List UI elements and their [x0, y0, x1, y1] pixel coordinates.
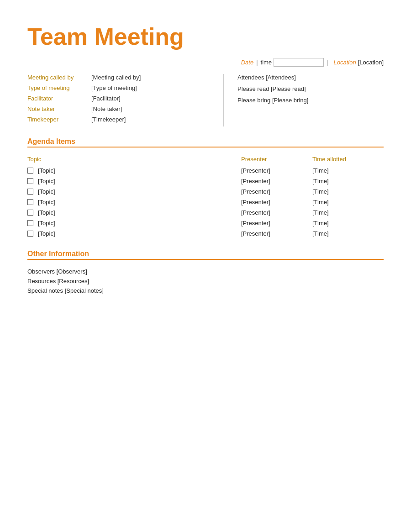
meeting-info-right: Attendees [Attendees] Please read [Pleas…: [224, 74, 384, 126]
topic-cell: [Topic]: [27, 197, 241, 207]
presenter-cell: [Presenter]: [241, 207, 312, 218]
presenter-cell: [Presenter]: [241, 197, 312, 207]
presenter-cell: [Presenter]: [241, 218, 312, 228]
meeting-info-left-row: Note taker [Note taker]: [27, 105, 214, 112]
checkbox-icon[interactable]: [27, 199, 33, 205]
meeting-info-right-value: Please read [Please read]: [237, 85, 306, 92]
col-header-topic: Topic: [27, 156, 241, 165]
meeting-info-label: Meeting called by: [27, 74, 91, 81]
checkbox-icon[interactable]: [27, 189, 33, 195]
other-info-section: Other Information Observers [Observers]R…: [27, 250, 384, 294]
topic-value: [Topic]: [38, 188, 55, 195]
agenda-section: Agenda Items Topic Presenter Time allott…: [27, 137, 384, 239]
meeting-info-left-row: Timekeeper [Timekeeper]: [27, 116, 214, 123]
date-label: Date: [241, 59, 253, 66]
topic-cell: [Topic]: [27, 165, 241, 176]
time-label: time: [261, 59, 272, 66]
topic-value: [Topic]: [38, 220, 55, 226]
checkbox-icon[interactable]: [27, 220, 33, 226]
meeting-info-left-row: Meeting called by [Meeting called by]: [27, 74, 214, 81]
checkbox-icon[interactable]: [27, 231, 33, 237]
topic-value: [Topic]: [38, 209, 55, 216]
topic-cell: [Topic]: [27, 176, 241, 186]
checkbox-icon[interactable]: [27, 168, 33, 174]
table-row: [Topic] [Presenter] [Time]: [27, 218, 384, 228]
time-cell: [Time]: [312, 176, 384, 186]
meeting-info-right-row: Please bring [Please bring]: [237, 97, 384, 104]
table-row: [Topic] [Presenter] [Time]: [27, 228, 384, 239]
presenter-cell: [Presenter]: [241, 186, 312, 197]
meeting-info-label: Type of meeting: [27, 84, 91, 91]
checkbox-icon[interactable]: [27, 210, 33, 216]
topic-cell: [Topic]: [27, 207, 241, 218]
presenter-cell: [Presenter]: [241, 228, 312, 239]
meeting-info-label: Timekeeper: [27, 116, 91, 123]
time-input[interactable]: [274, 58, 324, 67]
other-info-row: Observers [Observers]: [27, 268, 384, 275]
table-row: [Topic] [Presenter] [Time]: [27, 176, 384, 186]
location-separator: |: [327, 59, 328, 66]
time-cell: [Time]: [312, 165, 384, 176]
col-header-time: Time allotted: [312, 156, 384, 165]
meeting-info-right-value: Please bring [Please bring]: [237, 97, 308, 104]
agenda-table: Topic Presenter Time allotted [Topic] [P…: [27, 156, 384, 239]
time-cell: [Time]: [312, 228, 384, 239]
table-row: [Topic] [Presenter] [Time]: [27, 165, 384, 176]
presenter-cell: [Presenter]: [241, 165, 312, 176]
time-cell: [Time]: [312, 207, 384, 218]
header-divider: [27, 55, 384, 55]
checkbox-icon[interactable]: [27, 178, 33, 184]
date-separator: |: [256, 59, 258, 66]
meeting-info-value: [Timekeeper]: [91, 116, 126, 123]
time-cell: [Time]: [312, 197, 384, 207]
date-time-row: Date | time | Location [Location]: [27, 58, 384, 67]
time-cell: [Time]: [312, 186, 384, 197]
topic-cell: [Topic]: [27, 228, 241, 239]
meeting-info-right-row: Please read [Please read]: [237, 85, 384, 92]
topic-cell: [Topic]: [27, 218, 241, 228]
agenda-heading: Agenda Items: [27, 137, 384, 146]
other-divider: [27, 259, 384, 260]
topic-value: [Topic]: [38, 230, 55, 237]
topic-value: [Topic]: [38, 199, 55, 205]
meeting-info-value: [Meeting called by]: [91, 74, 141, 81]
topic-value: [Topic]: [38, 167, 55, 174]
meeting-info-value: [Type of meeting]: [91, 84, 137, 91]
meeting-info-right-row: Attendees [Attendees]: [237, 74, 384, 81]
col-header-presenter: Presenter: [241, 156, 312, 165]
meeting-info-section: Meeting called by [Meeting called by] Ty…: [27, 74, 384, 126]
meeting-info-value: [Note taker]: [91, 105, 122, 112]
other-info-row: Resources [Resources]: [27, 278, 384, 284]
meeting-info-label: Facilitator: [27, 95, 91, 102]
meeting-info-value: [Facilitator]: [91, 95, 121, 102]
agenda-divider: [27, 147, 384, 147]
location-label: Location: [333, 59, 356, 66]
meeting-info-right-value: Attendees [Attendees]: [237, 74, 296, 81]
meeting-info-left-row: Type of meeting [Type of meeting]: [27, 84, 214, 91]
time-cell: [Time]: [312, 218, 384, 228]
table-row: [Topic] [Presenter] [Time]: [27, 207, 384, 218]
page-title: Team Meeting: [27, 23, 384, 50]
presenter-cell: [Presenter]: [241, 176, 312, 186]
location-value: [Location]: [358, 59, 384, 66]
topic-value: [Topic]: [38, 178, 55, 184]
meeting-info-label: Note taker: [27, 105, 91, 112]
topic-cell: [Topic]: [27, 186, 241, 197]
meeting-info-left-row: Facilitator [Facilitator]: [27, 95, 214, 102]
table-row: [Topic] [Presenter] [Time]: [27, 197, 384, 207]
other-info-row: Special notes [Special notes]: [27, 287, 384, 294]
meeting-info-left: Meeting called by [Meeting called by] Ty…: [27, 74, 224, 126]
table-row: [Topic] [Presenter] [Time]: [27, 186, 384, 197]
other-heading: Other Information: [27, 250, 384, 258]
